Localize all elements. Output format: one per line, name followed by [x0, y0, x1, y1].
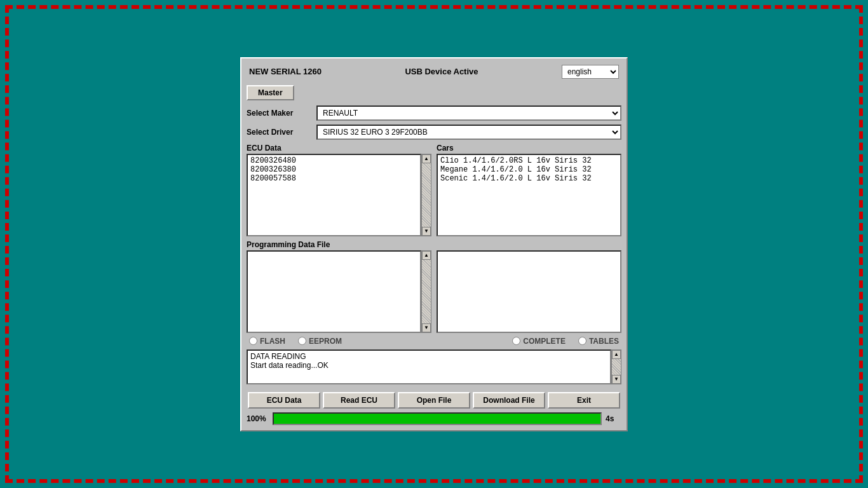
ecu-data-label: ECU Data — [247, 144, 431, 152]
progress-track — [273, 412, 602, 425]
tables-label: TABLES — [589, 337, 619, 346]
complete-label: COMPLETE — [523, 337, 566, 346]
select-maker-label: Select Maker — [247, 109, 316, 118]
log-scrollbar[interactable]: ▲ ▼ — [611, 349, 621, 384]
select-driver-label: Select Driver — [247, 128, 316, 137]
eeprom-radio[interactable] — [298, 337, 306, 345]
select-driver-row: Select Driver SIRIUS 32 EURO 3 29F200BB — [247, 125, 621, 140]
cars-box: Clio 1.4/1.6/2.0RS L 16v Siris 32 Megane… — [437, 154, 621, 236]
car-item-3: Scenic 1.4/1.6/2.0 L 16v Siris 32 — [440, 174, 618, 183]
ecu-data-line-2: 8200326380 — [250, 165, 417, 174]
action-buttons-row: ECU Data Read ECU Open File Download Fil… — [247, 392, 621, 409]
flash-label: FLASH — [260, 337, 285, 346]
log-line-2: Start data reading...OK — [250, 361, 607, 370]
complete-radio-group: COMPLETE — [512, 337, 566, 346]
cars-label: Cars — [437, 144, 621, 152]
flash-radio-group: FLASH — [249, 337, 285, 346]
progress-percent: 100% — [247, 414, 269, 423]
eeprom-label: EEPROM — [309, 337, 342, 346]
prog-scrollbar-thumb[interactable] — [422, 260, 431, 323]
usb-status-label: USB Device Active — [405, 67, 478, 76]
log-section: DATA READING Start data reading...OK ▲ ▼ — [247, 349, 621, 388]
tables-radio[interactable] — [578, 337, 587, 345]
prog-scrollbar-up-btn[interactable]: ▲ — [422, 251, 431, 260]
progress-row: 100% 4s — [247, 412, 621, 425]
download-file-button[interactable]: Download File — [473, 392, 545, 409]
tables-radio-group: TABLES — [578, 337, 619, 346]
driver-select[interactable]: SIRIUS 32 EURO 3 29F200BB — [316, 125, 621, 140]
log-scrollbar-up[interactable]: ▲ — [612, 350, 621, 359]
main-window: NEW SERIAL 1260 USB Device Active englis… — [240, 57, 628, 431]
complete-radio[interactable] — [512, 337, 520, 345]
ecu-data-box: 8200326480 8200326380 8200057588 — [247, 154, 421, 236]
cars-section: Cars Clio 1.4/1.6/2.0RS L 16v Siris 32 M… — [437, 144, 621, 236]
ecu-data-scrollbar[interactable]: ▲ ▼ — [421, 154, 431, 236]
scrollbar-thumb[interactable] — [422, 163, 431, 227]
select-maker-row: Select Maker RENAULT — [247, 105, 621, 121]
cars-bottom-section — [437, 240, 621, 333]
log-line-1: DATA READING — [250, 352, 607, 361]
scrollbar-down-btn[interactable]: ▼ — [422, 227, 431, 236]
read-ecu-button[interactable]: Read ECU — [323, 392, 395, 409]
bottom-panels: Programming Data File ▲ ▼ — [247, 240, 621, 333]
cars-bottom-box — [437, 250, 621, 333]
car-item-2: Megane 1.4/1.6/2.0 L 16v Siris 32 — [440, 165, 618, 174]
prog-data-section: Programming Data File ▲ ▼ — [247, 240, 431, 333]
master-button[interactable]: Master — [247, 85, 294, 100]
log-scrollbar-thumb[interactable] — [612, 359, 621, 375]
log-box: DATA READING Start data reading...OK — [247, 349, 611, 384]
panels-row: ECU Data 8200326480 8200326380 820005758… — [247, 144, 621, 236]
eeprom-radio-group: EEPROM — [298, 337, 342, 346]
language-select[interactable]: english french german spanish — [562, 65, 619, 79]
progress-fill — [274, 414, 600, 424]
log-scrollbar-down[interactable]: ▼ — [612, 375, 621, 384]
title-bar: NEW SERIAL 1260 USB Device Active englis… — [247, 64, 621, 80]
ecu-data-section: ECU Data 8200326480 8200326380 820005758… — [247, 144, 431, 236]
maker-select[interactable]: RENAULT — [316, 105, 621, 121]
exit-button[interactable]: Exit — [548, 392, 620, 409]
ecu-data-button[interactable]: ECU Data — [248, 392, 320, 409]
prog-scrollbar-down-btn[interactable]: ▼ — [422, 323, 431, 332]
prog-data-box — [247, 250, 421, 333]
progress-time: 4s — [606, 414, 621, 423]
serial-label: NEW SERIAL 1260 — [249, 67, 322, 76]
car-item-1: Clio 1.4/1.6/2.0RS L 16v Siris 32 — [440, 156, 618, 165]
ecu-data-line-3: 8200057588 — [250, 174, 417, 183]
open-file-button[interactable]: Open File — [398, 392, 470, 409]
prog-data-label: Programming Data File — [247, 240, 431, 249]
radio-row: FLASH EEPROM COMPLETE TABLES — [247, 337, 621, 346]
ecu-data-line-1: 8200326480 — [250, 156, 417, 165]
prog-data-scrollbar[interactable]: ▲ ▼ — [421, 250, 431, 333]
scrollbar-up-btn[interactable]: ▲ — [422, 154, 431, 163]
flash-radio[interactable] — [249, 337, 257, 345]
